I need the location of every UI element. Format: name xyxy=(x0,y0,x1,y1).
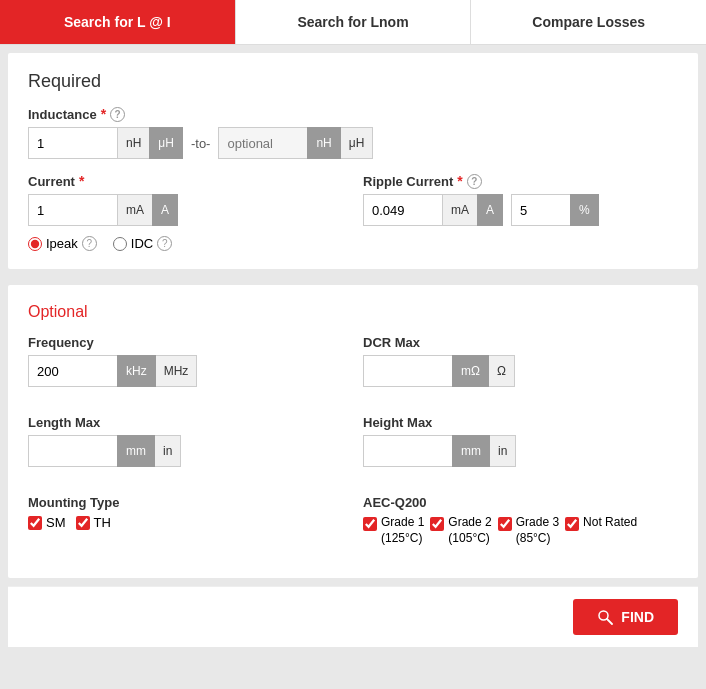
tab-search-l[interactable]: Search for L @ I xyxy=(0,0,236,44)
frequency-value-input[interactable] xyxy=(28,355,118,387)
aec-not-rated-checkbox[interactable] xyxy=(565,517,579,531)
tab-compare-losses[interactable]: Compare Losses xyxy=(471,0,706,44)
ripple-percent-btn[interactable]: % xyxy=(570,194,599,226)
aec-grade1-checkbox[interactable] xyxy=(363,517,377,531)
ripple-a-btn[interactable]: A xyxy=(477,194,503,226)
aec-grade3-checkbox[interactable] xyxy=(498,517,512,531)
ipeak-help-icon[interactable]: ? xyxy=(82,236,97,251)
dcr-max-label: DCR Max xyxy=(363,335,678,350)
dcr-input-row: mΩ Ω xyxy=(363,355,678,387)
frequency-khz-btn[interactable]: kHz xyxy=(117,355,156,387)
height-max-label: Height Max xyxy=(363,415,678,430)
mounting-type-group: Mounting Type SM TH xyxy=(28,495,343,546)
inductance-help-icon[interactable]: ? xyxy=(110,107,125,122)
height-mm-btn[interactable]: mm xyxy=(452,435,490,467)
current-type-row: Ipeak ? IDC ? xyxy=(28,236,678,251)
inductance-input-row: nH μH -to- nH μH xyxy=(28,127,678,159)
length-max-label: Length Max xyxy=(28,415,343,430)
current-group: Current * mA A xyxy=(28,173,343,226)
length-in-btn[interactable]: in xyxy=(154,435,181,467)
find-bar: FIND xyxy=(8,586,698,647)
search-icon xyxy=(597,609,613,625)
length-mm-btn[interactable]: mm xyxy=(117,435,155,467)
aec-grade2-checkbox[interactable] xyxy=(430,517,444,531)
ipeak-radio-label[interactable]: Ipeak ? xyxy=(28,236,97,251)
length-max-group: Length Max mm in xyxy=(28,415,343,467)
inductance-group: Inductance * ? nH μH -to- nH μH xyxy=(28,106,678,159)
optional-title: Optional xyxy=(28,303,678,321)
dcr-max-group: DCR Max mΩ Ω xyxy=(363,335,678,387)
height-max-group: Height Max mm in xyxy=(363,415,678,467)
tab-search-lnom[interactable]: Search for Lnom xyxy=(236,0,472,44)
ripple-current-group: Ripple Current * ? mA A % xyxy=(363,173,678,226)
frequency-input-row: kHz MHz xyxy=(28,355,343,387)
dcr-value-input[interactable] xyxy=(363,355,453,387)
current-value-input[interactable] xyxy=(28,194,118,226)
frequency-group: Frequency kHz MHz xyxy=(28,335,343,387)
inductance-range-nh-btn[interactable]: nH xyxy=(307,127,340,159)
mounting-type-checkbox-row: SM TH xyxy=(28,515,343,530)
current-ripple-row: Current * mA A Ripple Current * ? mA A % xyxy=(28,173,678,226)
idc-radio[interactable] xyxy=(113,237,127,251)
inductance-nh-btn[interactable]: nH xyxy=(117,127,150,159)
sm-checkbox-label[interactable]: SM xyxy=(28,515,66,530)
aec-group: AEC-Q200 Grade 1 (125°C) Grade 2 (105°C) xyxy=(363,495,678,546)
height-input-row: mm in xyxy=(363,435,678,467)
length-value-input[interactable] xyxy=(28,435,118,467)
required-star: * xyxy=(101,106,106,122)
ripple-required-star: * xyxy=(457,173,462,189)
tab-bar: Search for L @ I Search for Lnom Compare… xyxy=(0,0,706,45)
current-ma-btn[interactable]: mA xyxy=(117,194,153,226)
inductance-value-input[interactable] xyxy=(28,127,118,159)
mounting-type-label: Mounting Type xyxy=(28,495,343,510)
current-input-row: mA A xyxy=(28,194,343,226)
height-in-btn[interactable]: in xyxy=(489,435,516,467)
current-a-btn[interactable]: A xyxy=(152,194,178,226)
aec-checkbox-row: Grade 1 (125°C) Grade 2 (105°C) Grade 3 xyxy=(363,515,678,546)
length-input-row: mm in xyxy=(28,435,343,467)
th-checkbox[interactable] xyxy=(76,516,90,530)
inductance-range-uh-btn[interactable]: μH xyxy=(340,127,374,159)
frequency-label: Frequency xyxy=(28,335,343,350)
current-required-star: * xyxy=(79,173,84,189)
dcr-mohm-btn[interactable]: mΩ xyxy=(452,355,489,387)
aec-grade3-item: Grade 3 (85°C) xyxy=(498,515,559,546)
optional-grid: Frequency kHz MHz DCR Max mΩ Ω Length Ma… xyxy=(28,335,678,560)
aec-label: AEC-Q200 xyxy=(363,495,678,510)
aec-grade1-item: Grade 1 (125°C) xyxy=(363,515,424,546)
required-title: Required xyxy=(28,71,678,92)
height-value-input[interactable] xyxy=(363,435,453,467)
ipeak-radio[interactable] xyxy=(28,237,42,251)
dcr-ohm-btn[interactable]: Ω xyxy=(488,355,515,387)
inductance-range-input[interactable] xyxy=(218,127,308,159)
aec-not-rated-item: Not Rated xyxy=(565,515,637,531)
current-label: Current * xyxy=(28,173,343,189)
idc-help-icon[interactable]: ? xyxy=(157,236,172,251)
svg-line-1 xyxy=(607,619,612,624)
ripple-help-icon[interactable]: ? xyxy=(467,174,482,189)
idc-radio-label[interactable]: IDC ? xyxy=(113,236,172,251)
required-section: Required Inductance * ? nH μH -to- nH μH… xyxy=(8,53,698,269)
ripple-input-row: mA A % xyxy=(363,194,678,226)
find-button[interactable]: FIND xyxy=(573,599,678,635)
sm-checkbox[interactable] xyxy=(28,516,42,530)
inductance-uh-btn[interactable]: μH xyxy=(149,127,183,159)
inductance-separator: -to- xyxy=(183,136,219,151)
aec-grade2-item: Grade 2 (105°C) xyxy=(430,515,491,546)
inductance-label: Inductance * ? xyxy=(28,106,678,122)
th-checkbox-label[interactable]: TH xyxy=(76,515,111,530)
ripple-value-input[interactable] xyxy=(363,194,443,226)
optional-section: Optional Frequency kHz MHz DCR Max mΩ Ω … xyxy=(8,285,698,578)
ripple-percent-input[interactable] xyxy=(511,194,571,226)
ripple-ma-btn[interactable]: mA xyxy=(442,194,478,226)
frequency-mhz-btn[interactable]: MHz xyxy=(155,355,198,387)
ripple-current-label: Ripple Current * ? xyxy=(363,173,678,189)
